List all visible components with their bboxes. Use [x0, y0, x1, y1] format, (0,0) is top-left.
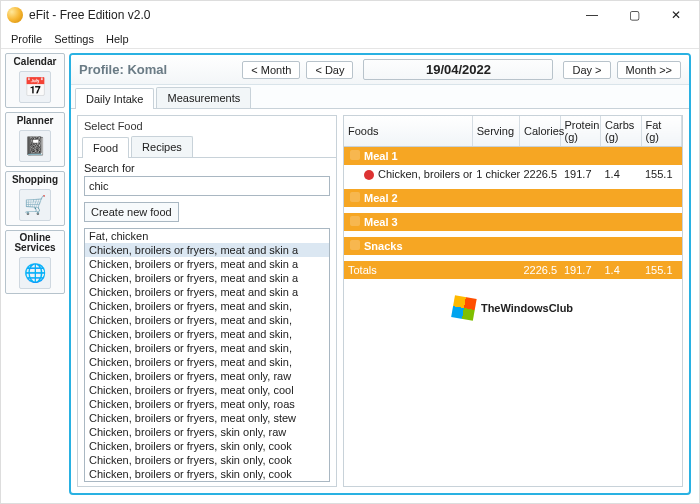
subtab-food[interactable]: Food	[82, 137, 129, 158]
food-search-panel: Select Food Food Recipes Search for Crea…	[77, 115, 337, 487]
menubar: Profile Settings Help	[1, 29, 699, 49]
shopping-icon: 🛒	[19, 189, 51, 221]
sidebar-item-label: Calendar	[8, 56, 62, 67]
top-tabs: Daily Intake Measurements	[71, 85, 689, 109]
food-result-item[interactable]: Chicken, broilers or fryers, skin only, …	[85, 425, 329, 439]
menu-help[interactable]: Help	[106, 33, 129, 45]
food-result-item[interactable]: Chicken, broilers or fryers, meat and sk…	[85, 355, 329, 369]
prev-month-button[interactable]: < Month	[242, 61, 300, 79]
subtab-recipes[interactable]: Recipes	[131, 136, 193, 157]
next-day-button[interactable]: Day >	[563, 61, 610, 79]
food-result-item[interactable]: Chicken, broilers or fryers, meat only, …	[85, 411, 329, 425]
search-label: Search for	[84, 162, 330, 174]
menu-settings[interactable]: Settings	[54, 33, 94, 45]
tab-measurements[interactable]: Measurements	[156, 87, 251, 108]
column-header[interactable]: Carbs (g)	[601, 116, 642, 147]
profile-name: Profile: Komal	[79, 62, 167, 77]
meal-row[interactable]: Snacks	[344, 237, 682, 255]
food-result-item[interactable]: Fat, chicken	[85, 229, 329, 243]
create-food-button[interactable]: Create new food	[84, 202, 179, 222]
sidebar-item-shopping[interactable]: Shopping 🛒	[5, 171, 65, 226]
food-row[interactable]: Chicken, broilers or fryers, meat1 chick…	[344, 165, 682, 183]
food-result-item[interactable]: Chicken, broilers or fryers, meat only, …	[85, 397, 329, 411]
food-result-item[interactable]: Chicken, broilers or fryers, meat and sk…	[85, 243, 329, 257]
food-result-item[interactable]: Chicken, broilers or fryers, meat and sk…	[85, 271, 329, 285]
totals-row[interactable]: Totals2226.5191.71.4155.1	[344, 261, 682, 279]
column-header[interactable]: Serving	[472, 116, 519, 147]
intake-table: FoodsServingCaloriesProtein (g)Carbs (g)…	[344, 116, 682, 279]
column-header[interactable]: Foods	[344, 116, 472, 147]
sidebar: Calendar 📅 Planner 📓 Shopping 🛒 Online S…	[5, 53, 65, 495]
column-header[interactable]: Protein (g)	[560, 116, 601, 147]
planner-icon: 📓	[19, 130, 51, 162]
window-title: eFit - Free Edition v2.0	[29, 8, 571, 22]
main-panel: Profile: Komal < Month < Day 19/04/2022 …	[69, 53, 691, 495]
watermark: TheWindowsClub	[453, 297, 573, 319]
search-input[interactable]	[84, 176, 330, 196]
column-header[interactable]: Fat (g)	[641, 116, 682, 147]
date-display[interactable]: 19/04/2022	[363, 59, 553, 80]
food-result-item[interactable]: Chicken, broilers or fryers, meat only, …	[85, 383, 329, 397]
next-month-button[interactable]: Month >>	[617, 61, 681, 79]
sidebar-item-planner[interactable]: Planner 📓	[5, 112, 65, 167]
select-food-label: Select Food	[78, 116, 336, 136]
sidebar-item-label: Shopping	[8, 174, 62, 185]
meal-row[interactable]: Meal 1	[344, 147, 682, 166]
tab-daily-intake[interactable]: Daily Intake	[75, 88, 154, 109]
food-result-item[interactable]: Chicken, broilers or fryers, skin only, …	[85, 467, 329, 481]
windows-logo-icon	[451, 296, 476, 321]
food-result-item[interactable]: Chicken, broilers or fryers, meat and sk…	[85, 257, 329, 271]
prev-day-button[interactable]: < Day	[306, 61, 353, 79]
food-result-item[interactable]: Chicken, broilers or fryers, skin only, …	[85, 439, 329, 453]
food-result-item[interactable]: Chicken, broilers or fryers, skin only, …	[85, 481, 329, 482]
food-result-item[interactable]: Chicken, broilers or fryers, meat only, …	[85, 369, 329, 383]
column-header[interactable]: Calories	[520, 116, 561, 147]
food-result-item[interactable]: Chicken, broilers or fryers, meat and sk…	[85, 341, 329, 355]
minimize-button[interactable]: —	[571, 1, 613, 29]
sidebar-item-label: Online Services	[8, 233, 62, 253]
food-result-item[interactable]: Chicken, broilers or fryers, meat and sk…	[85, 327, 329, 341]
sidebar-item-online-services[interactable]: Online Services 🌐	[5, 230, 65, 294]
close-button[interactable]: ✕	[655, 1, 697, 29]
meal-row[interactable]: Meal 2	[344, 189, 682, 207]
food-result-item[interactable]: Chicken, broilers or fryers, skin only, …	[85, 453, 329, 467]
meal-row[interactable]: Meal 3	[344, 213, 682, 231]
calendar-icon: 📅	[19, 71, 51, 103]
app-icon	[7, 7, 23, 23]
intake-table-panel: FoodsServingCaloriesProtein (g)Carbs (g)…	[343, 115, 683, 487]
watermark-text: TheWindowsClub	[481, 302, 573, 314]
globe-icon: 🌐	[19, 257, 51, 289]
titlebar: eFit - Free Edition v2.0 — ▢ ✕	[1, 1, 699, 29]
sidebar-item-label: Planner	[8, 115, 62, 126]
sidebar-item-calendar[interactable]: Calendar 📅	[5, 53, 65, 108]
food-result-item[interactable]: Chicken, broilers or fryers, meat and sk…	[85, 299, 329, 313]
profile-header: Profile: Komal < Month < Day 19/04/2022 …	[71, 55, 689, 85]
menu-profile[interactable]: Profile	[11, 33, 42, 45]
maximize-button[interactable]: ▢	[613, 1, 655, 29]
food-result-item[interactable]: Chicken, broilers or fryers, meat and sk…	[85, 285, 329, 299]
food-results-list[interactable]: Fat, chickenChicken, broilers or fryers,…	[84, 228, 330, 482]
food-result-item[interactable]: Chicken, broilers or fryers, meat and sk…	[85, 313, 329, 327]
